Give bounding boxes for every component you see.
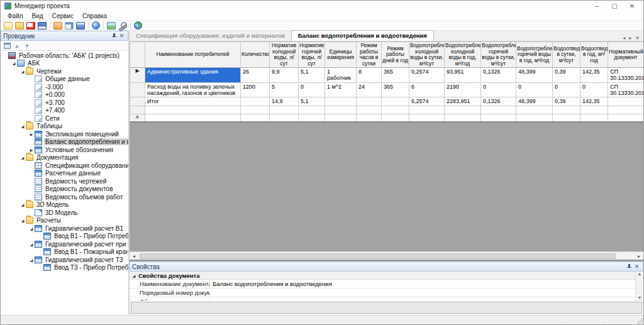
tree-item[interactable]: Ведомость объемов работ bbox=[1, 193, 128, 201]
scroll-up-icon[interactable]: ▲ bbox=[638, 272, 642, 277]
scroll-tabs-left-icon[interactable]: ◂ bbox=[621, 35, 627, 41]
menu-item[interactable]: Справка bbox=[78, 12, 111, 20]
property-row[interactable]: Порядковый номер документа bbox=[130, 289, 635, 297]
view-3d-icon[interactable] bbox=[92, 21, 100, 30]
export-icon[interactable] bbox=[53, 22, 62, 30]
document-properties-icon[interactable] bbox=[65, 22, 74, 30]
about-icon[interactable] bbox=[134, 21, 142, 30]
table-cell[interactable]: 0 bbox=[481, 82, 516, 97]
table-cell[interactable] bbox=[445, 114, 481, 122]
column-header[interactable]: Количество bbox=[241, 42, 270, 68]
table-cell[interactable]: 0,39 bbox=[553, 97, 580, 106]
tree-item[interactable]: +7.400 bbox=[1, 107, 128, 115]
tree-item[interactable]: ◢Расчеты bbox=[1, 217, 128, 225]
document-tab[interactable]: Баланс водопотребления и водоотведения bbox=[291, 30, 434, 41]
table-cell[interactable]: 142,35 bbox=[580, 68, 608, 83]
column-header[interactable]: Водопотребление холодной воды в год, м³/… bbox=[445, 42, 481, 68]
column-header[interactable]: Водопотребление горячей воды в год, м³/г… bbox=[516, 42, 553, 68]
tree-item[interactable]: ◢АБК bbox=[1, 60, 128, 68]
row-header[interactable] bbox=[130, 97, 145, 106]
table-cell[interactable] bbox=[481, 114, 516, 122]
table-cell[interactable] bbox=[270, 114, 299, 122]
new-document-icon[interactable] bbox=[4, 22, 13, 30]
scroll-down-icon[interactable]: ▼ bbox=[638, 295, 642, 300]
tree-expander-icon[interactable]: ◢ bbox=[19, 155, 26, 160]
column-header[interactable]: Норматив горячей воды, л/сут bbox=[299, 42, 325, 68]
tree-expander-icon[interactable]: ◢ bbox=[19, 218, 26, 223]
tree-item[interactable]: Баланс водопотребления и водоотведения bbox=[1, 138, 128, 146]
tree-expander-icon[interactable]: ◢ bbox=[19, 202, 26, 207]
column-header[interactable]: Норматив холодной воды, л/сут bbox=[270, 42, 299, 68]
table-cell[interactable]: 14,9 bbox=[270, 97, 299, 106]
table-cell[interactable]: 365 bbox=[382, 68, 409, 83]
tree-item[interactable]: 3D Модель bbox=[1, 209, 128, 217]
close-panel-icon[interactable]: ✕ bbox=[633, 263, 641, 271]
table-cell[interactable]: 2283,951 bbox=[445, 97, 481, 106]
close-tab-icon[interactable]: ✕ bbox=[633, 35, 641, 41]
table-cell[interactable]: 0 bbox=[299, 82, 325, 97]
property-row-clipped[interactable]: Обозначение bbox=[130, 297, 635, 300]
table-cell[interactable] bbox=[357, 114, 382, 122]
scroll-right-icon[interactable]: ▸ bbox=[635, 253, 643, 259]
tree-item[interactable]: ◢Документация bbox=[1, 154, 128, 162]
key-icon[interactable] bbox=[118, 22, 127, 30]
tree-item[interactable]: Рабочая область: 'АБК' (1 projects) bbox=[1, 52, 128, 60]
table-cell[interactable]: 0,39 bbox=[553, 68, 580, 83]
property-value[interactable] bbox=[210, 289, 635, 297]
tree-item[interactable]: ◢Гидравлический расчет при пожаре bbox=[1, 240, 128, 248]
move-down-icon[interactable]: ▼ bbox=[23, 41, 31, 50]
table-cell[interactable] bbox=[325, 97, 357, 106]
row-header[interactable]: ▶ bbox=[130, 68, 145, 83]
table-cell[interactable] bbox=[357, 106, 382, 114]
table-cell[interactable] bbox=[382, 114, 409, 122]
table-cell[interactable] bbox=[409, 106, 445, 114]
table-cell[interactable]: 0 bbox=[580, 82, 608, 97]
tree-expander-icon[interactable]: ◢ bbox=[19, 124, 26, 128]
table-cell[interactable] bbox=[299, 106, 325, 114]
maximize-button[interactable]: ▢ bbox=[606, 1, 623, 11]
property-value[interactable]: Баланс водопотребления и водоотведения bbox=[210, 280, 635, 288]
table-cell[interactable] bbox=[382, 106, 409, 114]
tree-item[interactable]: +3.700 bbox=[1, 99, 128, 107]
tree-item[interactable]: Ввод Т3 - Прибор Потребитель bbox=[1, 264, 128, 272]
table-cell[interactable]: 48,399 bbox=[516, 68, 553, 83]
print-icon[interactable] bbox=[76, 22, 85, 30]
table-cell[interactable] bbox=[580, 114, 608, 122]
tree-expander-icon[interactable]: ◢ bbox=[28, 258, 35, 262]
table-cell[interactable] bbox=[608, 97, 644, 106]
column-header[interactable]: Водопотребление горячей воды в сутки, м³… bbox=[481, 42, 516, 68]
table-cell[interactable] bbox=[580, 106, 608, 114]
column-header[interactable]: Единицы измерения bbox=[325, 42, 357, 68]
tree-expander-icon[interactable]: ◢ bbox=[11, 61, 17, 65]
tree-item[interactable]: ◢Гидравлический расчет Т3 bbox=[1, 256, 128, 264]
table-cell[interactable] bbox=[553, 114, 580, 122]
save-icon[interactable] bbox=[38, 22, 47, 30]
document-tab[interactable]: Спецификация оборудования, изделий и мат… bbox=[130, 31, 291, 41]
column-header[interactable]: Водопотребление холодной воды в сутки, м… bbox=[409, 42, 445, 68]
table-cell[interactable]: Итог bbox=[145, 97, 241, 106]
table-cell[interactable]: СП 30.13330.2016 bbox=[608, 82, 644, 97]
tree-item[interactable]: Спецификация оборудования, изделий и мат… bbox=[1, 162, 128, 170]
table-cell[interactable] bbox=[241, 97, 270, 106]
minimize-button[interactable]: – bbox=[588, 1, 606, 11]
tree-item[interactable]: Расчетные данные bbox=[1, 170, 128, 178]
close-document-icon[interactable] bbox=[26, 22, 35, 30]
close-button[interactable]: ✕ bbox=[623, 1, 641, 11]
table-cell[interactable] bbox=[241, 106, 270, 114]
table-cell[interactable]: 93,951 bbox=[445, 68, 481, 83]
menu-item[interactable]: Вид bbox=[28, 12, 48, 20]
open-project-icon[interactable] bbox=[15, 22, 24, 30]
table-cell[interactable]: 9,9 bbox=[270, 68, 299, 83]
collapse-icon[interactable]: ◢ bbox=[130, 273, 138, 278]
property-row[interactable]: Наименование документаБаланс водопотребл… bbox=[130, 280, 635, 289]
table-cell[interactable]: 1 м^2 bbox=[325, 82, 357, 97]
table-cell[interactable] bbox=[325, 106, 357, 114]
tree-item[interactable]: ▶Условные обозначения bbox=[1, 146, 128, 154]
table-cell[interactable]: 0,1326 bbox=[481, 68, 516, 83]
resize-grip-icon[interactable] bbox=[636, 317, 643, 324]
table-cell[interactable]: Административные здания bbox=[145, 68, 241, 83]
table-cell[interactable]: 0,1326 bbox=[481, 97, 516, 106]
scroll-tabs-right-icon[interactable]: ▸ bbox=[627, 35, 633, 41]
column-header[interactable]: Режим работы часов в сутки bbox=[357, 42, 382, 68]
image-icon[interactable] bbox=[107, 22, 116, 30]
